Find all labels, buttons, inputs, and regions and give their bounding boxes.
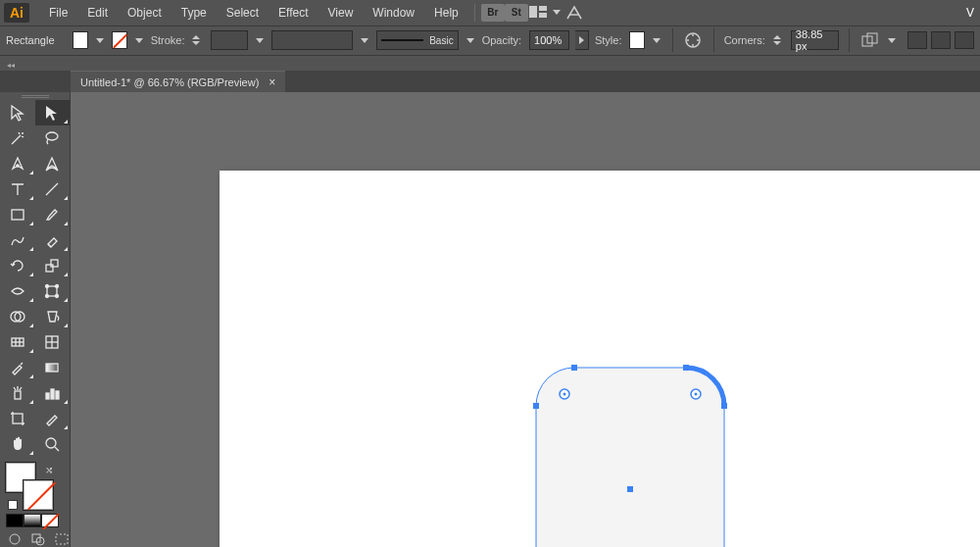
gpu-preview-icon[interactable] (564, 4, 585, 22)
bridge-button[interactable]: Br (481, 4, 505, 22)
hand-tool[interactable] (0, 431, 35, 457)
column-graph-tool[interactable] (35, 380, 71, 406)
brush-definition-dropdown[interactable] (465, 31, 476, 49)
menu-effect[interactable]: Effect (269, 6, 318, 20)
svg-point-11 (46, 132, 58, 140)
variable-width-profile[interactable] (271, 30, 353, 50)
type-tool[interactable] (0, 176, 35, 202)
free-transform-tool[interactable] (35, 278, 71, 304)
gradient-mode-icon[interactable] (24, 514, 41, 527)
svg-point-49 (695, 393, 698, 396)
anchor-handle[interactable] (721, 403, 727, 409)
stroke-swatch[interactable] (112, 31, 127, 49)
tools-panel-grip[interactable] (0, 92, 70, 100)
fill-stroke-control: ⤭ (6, 463, 70, 512)
svg-line-41 (55, 447, 59, 451)
anchor-handle[interactable] (533, 403, 539, 409)
stroke-dropdown[interactable] (133, 31, 145, 49)
center-point[interactable] (627, 486, 633, 492)
draw-behind-icon[interactable] (29, 531, 47, 547)
opacity-dropdown[interactable] (575, 30, 589, 50)
width-tool[interactable] (0, 278, 35, 304)
align-icon-1[interactable] (907, 31, 927, 49)
collapse-panels-icon[interactable]: ◂◂ (4, 61, 18, 71)
align-icon-3[interactable] (955, 31, 974, 49)
stock-button[interactable]: St (505, 4, 528, 22)
document-tab[interactable]: Untitled-1* @ 66.67% (RGB/Preview) × (71, 71, 285, 92)
svg-rect-1 (539, 6, 547, 11)
brush-definition[interactable]: Basic (376, 30, 459, 50)
menu-file[interactable]: File (39, 6, 77, 20)
curvature-tool[interactable] (35, 151, 71, 176)
anchor-handle[interactable] (683, 365, 689, 371)
divider (474, 4, 475, 22)
menu-select[interactable]: Select (217, 6, 269, 20)
slice-tool[interactable] (35, 406, 71, 431)
menu-view[interactable]: View (318, 6, 364, 20)
recolor-artwork-icon[interactable] (683, 29, 704, 51)
mesh-tool[interactable] (35, 329, 71, 355)
arrange-documents-icon[interactable] (528, 4, 550, 22)
toolbar-stroke-swatch[interactable] (24, 480, 53, 510)
menu-window[interactable]: Window (363, 6, 424, 20)
corners-field[interactable]: 38.85 px (791, 30, 840, 50)
app-badge-icon: Ai (4, 3, 29, 23)
draw-normal-icon[interactable] (6, 531, 24, 547)
stroke-weight-dropdown[interactable] (254, 31, 266, 49)
live-paint-bucket-tool[interactable] (35, 304, 71, 329)
svg-point-6 (697, 39, 699, 41)
shape-builder-tool[interactable] (0, 304, 35, 329)
default-fill-stroke-icon[interactable] (8, 500, 18, 510)
rotate-tool[interactable] (0, 253, 35, 278)
rectangle-tool[interactable] (0, 202, 35, 227)
arrange-documents-dropdown[interactable] (550, 4, 564, 22)
menu-object[interactable]: Object (118, 6, 172, 20)
menu-edit[interactable]: Edit (77, 6, 118, 20)
color-mode-icon[interactable] (6, 514, 24, 527)
none-mode-icon[interactable] (41, 514, 59, 527)
paintbrush-tool[interactable] (35, 202, 71, 227)
selection-tool[interactable] (0, 100, 35, 125)
lasso-tool[interactable] (35, 125, 71, 151)
magic-wand-tool[interactable] (0, 125, 35, 151)
gradient-tool[interactable] (35, 355, 71, 380)
symbol-sprayer-tool[interactable] (0, 380, 35, 406)
perspective-grid-tool[interactable] (0, 329, 35, 355)
menu-type[interactable]: Type (172, 6, 217, 20)
svg-point-17 (46, 285, 49, 288)
eraser-tool[interactable] (35, 227, 71, 253)
pen-tool[interactable] (0, 151, 35, 176)
menu-help[interactable]: Help (424, 6, 468, 20)
stroke-weight-stepper[interactable] (192, 30, 204, 50)
fill-swatch[interactable] (73, 31, 88, 49)
scale-tool[interactable] (35, 253, 71, 278)
anchor-handle[interactable] (571, 365, 577, 371)
fill-dropdown[interactable] (94, 31, 106, 49)
transform-dropdown[interactable] (886, 31, 898, 49)
draw-mode-row (0, 531, 70, 547)
style-dropdown[interactable] (651, 31, 662, 49)
zoom-tool[interactable] (35, 431, 71, 457)
opacity-field[interactable]: 100% (529, 30, 569, 50)
draw-inside-icon[interactable] (53, 531, 71, 547)
style-swatch[interactable] (629, 31, 645, 49)
brush-definition-label: Basic (429, 35, 453, 46)
transform-panel-icon[interactable] (859, 29, 880, 51)
direct-selection-tool[interactable] (35, 100, 71, 125)
shaper-tool[interactable] (0, 227, 35, 253)
stroke-label: Stroke: (151, 34, 185, 46)
stroke-weight-field[interactable] (211, 30, 248, 50)
svg-rect-45 (56, 534, 68, 544)
eyedropper-tool[interactable] (0, 355, 35, 380)
canvas[interactable] (71, 92, 980, 547)
swap-fill-stroke-icon[interactable]: ⤭ (45, 465, 53, 475)
corners-stepper[interactable] (773, 30, 785, 50)
brush-line-icon (381, 39, 424, 41)
menu-bar: Ai File Edit Object Type Select Effect V… (0, 0, 980, 25)
selected-rounded-rectangle[interactable] (536, 368, 724, 547)
align-icon-2[interactable] (931, 31, 951, 49)
variable-width-dropdown[interactable] (359, 31, 370, 49)
artboard-tool[interactable] (0, 406, 35, 431)
line-segment-tool[interactable] (35, 176, 71, 202)
document-tab-close-button[interactable]: × (269, 75, 275, 89)
